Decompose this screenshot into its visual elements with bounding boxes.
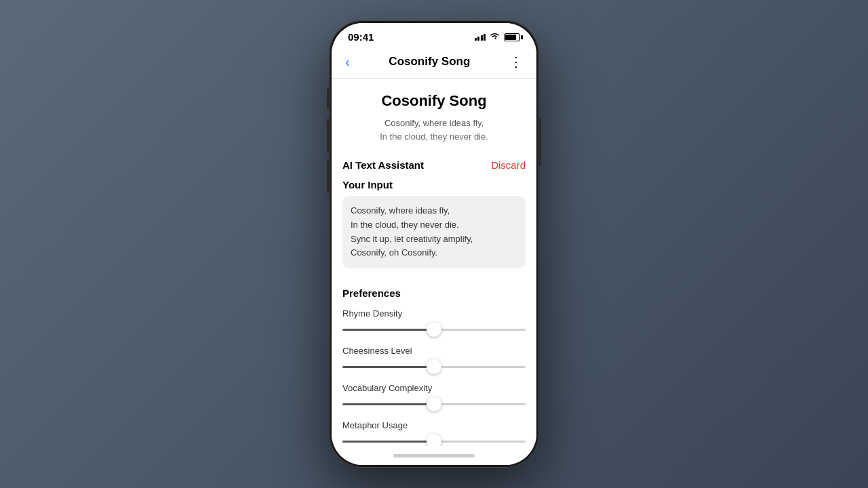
metaphor-usage-track [342, 441, 526, 443]
page-title: Cosonify Song [342, 92, 526, 110]
input-line-2: In the cloud, they never die. [351, 220, 459, 230]
input-text: Cosonify, where ideas fly, In the cloud,… [351, 204, 517, 260]
page-title-section: Cosonify Song Cosonify, where ideas fly,… [332, 79, 536, 150]
signal-bar-3 [481, 35, 483, 41]
vocabulary-complexity-label: Vocabulary Complexity [342, 383, 526, 393]
battery-fill [505, 35, 516, 40]
back-button[interactable]: ‹ [342, 52, 353, 73]
ai-panel: AI Text Assistant Discard Your Input Cos… [332, 150, 536, 287]
nav-bar: ‹ Cosonify Song ⋮ [332, 45, 536, 79]
signal-bars-icon [475, 34, 486, 41]
status-time: 09:41 [348, 31, 374, 43]
signal-bar-1 [475, 38, 477, 41]
cheesiness-level-group: Cheesiness Level [342, 346, 526, 373]
status-bar: 09:41 [332, 23, 536, 45]
preferences-title: Preferences [342, 287, 526, 299]
scroll-content[interactable]: Cosonify Song Cosonify, where ideas fly,… [332, 79, 536, 446]
vocabulary-complexity-slider[interactable] [342, 397, 526, 411]
your-input-label: Your Input [342, 179, 526, 190]
phone-frame: 09:41 [329, 20, 539, 468]
home-bar [393, 454, 475, 458]
metaphor-usage-group: Metaphor Usage [342, 420, 526, 446]
signal-bar-2 [477, 37, 479, 41]
vocabulary-complexity-group: Vocabulary Complexity [342, 383, 526, 411]
battery-icon [504, 33, 520, 41]
status-icons [475, 33, 521, 42]
cheesiness-level-slider[interactable] [342, 360, 526, 373]
volume-up-button[interactable] [327, 119, 329, 152]
nav-title: Cosonify Song [389, 55, 470, 68]
page-preview-text: Cosonify, where ideas fly, In the cloud,… [342, 117, 526, 143]
rhyme-density-group: Rhyme Density [342, 308, 526, 336]
metaphor-usage-fill [342, 441, 434, 443]
metaphor-usage-label: Metaphor Usage [342, 420, 526, 430]
vocabulary-complexity-thumb[interactable] [427, 396, 441, 411]
power-button[interactable] [539, 119, 541, 166]
cheesiness-level-track [342, 366, 526, 368]
mute-button[interactable] [327, 88, 329, 108]
rhyme-density-fill [342, 329, 434, 331]
home-indicator [332, 446, 536, 465]
vocabulary-complexity-fill [342, 403, 434, 405]
cheesiness-level-label: Cheesiness Level [342, 346, 526, 356]
rhyme-density-track [342, 329, 526, 331]
wifi-icon [490, 33, 500, 42]
metaphor-usage-thumb[interactable] [427, 434, 441, 446]
metaphor-usage-slider[interactable] [342, 434, 526, 446]
vocabulary-complexity-track [342, 403, 526, 405]
input-line-4: Cosonify, oh Cosonify. [351, 247, 437, 258]
signal-bar-4 [484, 34, 486, 41]
input-box: Cosonify, where ideas fly, In the cloud,… [342, 196, 526, 268]
input-line-1: Cosonify, where ideas fly, [351, 205, 450, 216]
phone-screen: 09:41 [332, 23, 536, 465]
ai-panel-header: AI Text Assistant Discard [342, 159, 526, 171]
rhyme-density-thumb[interactable] [427, 322, 441, 337]
rhyme-density-slider[interactable] [342, 323, 526, 336]
volume-down-button[interactable] [327, 159, 329, 193]
cheesiness-level-fill [342, 366, 434, 368]
preferences-section: Preferences Rhyme Density Cheesiness Lev… [332, 287, 536, 446]
ai-panel-title: AI Text Assistant [342, 159, 424, 171]
input-line-3: Sync it up, let creativity amplify, [351, 234, 473, 244]
discard-button[interactable]: Discard [491, 159, 526, 171]
cheesiness-level-thumb[interactable] [427, 359, 441, 374]
more-button[interactable]: ⋮ [507, 51, 526, 73]
rhyme-density-label: Rhyme Density [342, 308, 526, 319]
